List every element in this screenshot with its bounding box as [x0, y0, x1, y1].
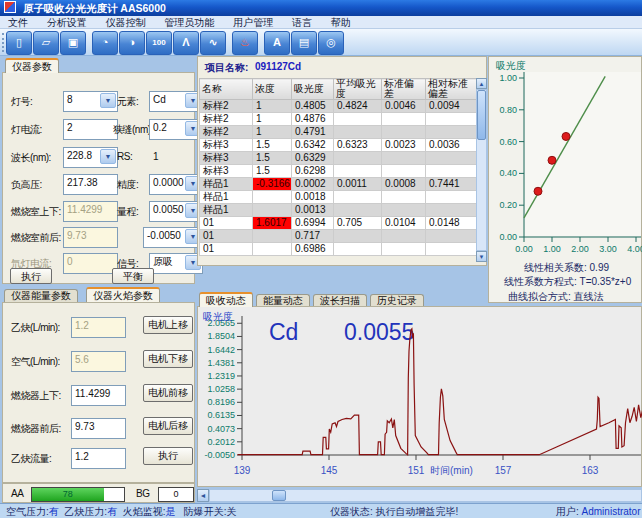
tab-energy-params[interactable]: 仪器能量参数 [4, 289, 78, 302]
energy-gauge-button[interactable]: ◑ [119, 31, 145, 55]
wavelength-select[interactable]: 228.8▼ [63, 147, 118, 168]
table-cell: 0.0104 [382, 217, 426, 230]
col-abs[interactable]: 吸光度 [292, 79, 334, 100]
table-row[interactable]: 样品1-0.31660.00020.00110.00080.7441 [200, 178, 477, 191]
neg-hv-input[interactable]: 217.38 [63, 174, 118, 195]
menu-user-management[interactable]: 用户管理 [225, 17, 281, 28]
table-row[interactable]: 010.717 [200, 230, 477, 243]
slit-select[interactable]: 0.2▼ [149, 119, 203, 140]
table-cell [426, 243, 477, 256]
neg-hv-label: 负高压: [11, 178, 42, 192]
flame-ignite-button[interactable]: ♨ [232, 31, 258, 55]
table-cell: 0.6329 [292, 152, 334, 165]
table-cell [382, 243, 426, 256]
menu-language[interactable]: 语言 [284, 17, 320, 28]
col-conc[interactable]: 浓度 [253, 79, 292, 100]
menu-instrument-control[interactable]: 仪器控制 [98, 17, 154, 28]
flame-execute-button[interactable]: 执行 [143, 447, 193, 465]
element-select[interactable]: Cd▼ [149, 91, 203, 112]
printer-button[interactable]: ▤ [291, 31, 317, 55]
flame-params-panel: 乙炔(L/min): 1.2 电机上移 空气(L/min): 5.6 电机下移 … [2, 302, 195, 483]
table-cell: 0.4824 [334, 100, 382, 113]
table-cell: 标样3 [200, 152, 253, 165]
table-scroll-up-button[interactable]: ▲ [476, 78, 487, 89]
menu-analysis-settings[interactable]: 分析设置 [39, 17, 95, 28]
tab-instrument-params[interactable]: 仪器参数 [5, 58, 59, 73]
lamp-no-select[interactable]: 8▼ [63, 91, 118, 112]
range-select[interactable]: 0.0050▼ [149, 201, 203, 222]
table-row[interactable]: 标样31.50.6298 [200, 165, 477, 178]
save-button[interactable]: ▣ [60, 31, 86, 55]
motor-back-button[interactable]: 电机后移 [143, 417, 193, 435]
table-cell [253, 243, 292, 256]
burner-fb-input[interactable]: 9.73 [71, 418, 126, 439]
table-row[interactable]: 010.6986 [200, 243, 477, 256]
table-row[interactable]: 011.60170.69940.7050.01040.0148 [200, 217, 477, 230]
beam-adjust-button[interactable]: ∿ [200, 31, 226, 55]
table-row[interactable]: 标样210.48050.48240.00460.0094 [200, 100, 477, 113]
y-axis-title: 吸光度 [203, 311, 233, 322]
chevron-down-icon[interactable]: ▼ [100, 93, 116, 108]
autosampler-button[interactable]: A [264, 31, 290, 55]
range2-select[interactable]: -0.0050▼ [143, 227, 203, 248]
burner-ud-input[interactable]: 11.4299 [71, 385, 126, 406]
menu-help[interactable]: 帮助 [323, 17, 359, 28]
gain-100-button[interactable]: 100 [146, 31, 172, 55]
table-cell: 0.4791 [292, 126, 334, 139]
col-sd[interactable]: 标准偏差 [382, 79, 426, 100]
table-row[interactable]: 标样210.4791 [200, 126, 477, 139]
col-avg-abs[interactable]: 平均吸光度 [334, 79, 382, 100]
fit-method: 曲线拟合方式: 直线法 [508, 290, 604, 304]
wavelength-scan-button[interactable]: Λ [173, 31, 199, 55]
status-instrument: 仪器状态: 执行自动增益完毕! [330, 504, 458, 518]
col-name[interactable]: 名称 [200, 79, 253, 100]
menu-admin-functions[interactable]: 管理员功能 [156, 17, 222, 28]
open-file-button[interactable]: ▱ [33, 31, 59, 55]
d2-current-input: 0 [63, 253, 118, 274]
table-row[interactable]: 标样31.50.63420.63230.00230.0036 [200, 139, 477, 152]
chamber-ud-input: 11.4299 [63, 201, 118, 222]
range-label: 量程: [117, 205, 138, 219]
bg-label: BG [136, 488, 149, 499]
x-tick-label: 157 [495, 465, 512, 476]
table-row[interactable]: 样品10.0013 [200, 204, 477, 217]
y-tick-label: 0.6135 [207, 410, 235, 420]
bg-value-box: 0 [158, 487, 194, 502]
chevron-down-icon[interactable]: ▼ [100, 149, 116, 164]
table-cell [382, 165, 426, 178]
menu-file[interactable]: 文件 [0, 17, 36, 28]
table-cell: 0.6323 [334, 139, 382, 152]
save-icon: ▣ [68, 36, 78, 48]
motor-up-button[interactable]: 电机上移 [143, 316, 193, 334]
table-row[interactable]: 标样31.50.6329 [200, 152, 477, 165]
instrument-params-panel: 灯号: 8▼ 元素: Cd▼ 灯电流: 2 狭缝(nm): 0.2▼ 波长(nm… [2, 72, 195, 284]
tab-flame-params[interactable]: 仪器火焰参数 [86, 287, 160, 302]
motor-down-button[interactable]: 电机下移 [143, 350, 193, 368]
chart-scrollbar-thumb[interactable] [272, 490, 286, 501]
aa-progress-bar: 78 [31, 487, 125, 502]
table-scroll-down-button[interactable]: ▼ [476, 251, 487, 262]
balance-button[interactable]: 平衡 [112, 268, 154, 284]
lamp-current-input[interactable]: 2 [63, 119, 118, 140]
new-file-button[interactable]: ▯ [6, 31, 32, 55]
calibration-point [562, 132, 570, 140]
col-rsd[interactable]: 相对标准偏差 [426, 79, 477, 100]
lamp-gauge-button[interactable]: ◔ [92, 31, 118, 55]
slit-label: 狭缝(nm): [113, 123, 153, 137]
precision-select[interactable]: 0.0000▼ [149, 174, 203, 195]
lamp-no-label: 灯号: [11, 95, 32, 109]
project-name-value: 091127Cd [255, 61, 301, 72]
power-button[interactable]: ◎ [318, 31, 344, 55]
table-scrollbar-thumb[interactable] [477, 90, 486, 140]
table-cell [334, 165, 382, 178]
table-row[interactable]: 样品10.0018 [200, 191, 477, 204]
acetylene-flow-input[interactable]: 1.2 [71, 448, 126, 469]
table-cell: 0.6986 [292, 243, 334, 256]
execute-button[interactable]: 执行 [10, 268, 52, 284]
toolbar-grip[interactable] [2, 33, 5, 52]
tab-absorption-dynamics[interactable]: 吸收动态 [199, 292, 253, 307]
table-row[interactable]: 标样210.4876 [200, 113, 477, 126]
chart-scroll-left-button[interactable]: ◄ [197, 489, 209, 502]
motor-forward-button[interactable]: 电机前移 [143, 384, 193, 402]
signal-select[interactable]: 原吸▼ [149, 253, 203, 274]
